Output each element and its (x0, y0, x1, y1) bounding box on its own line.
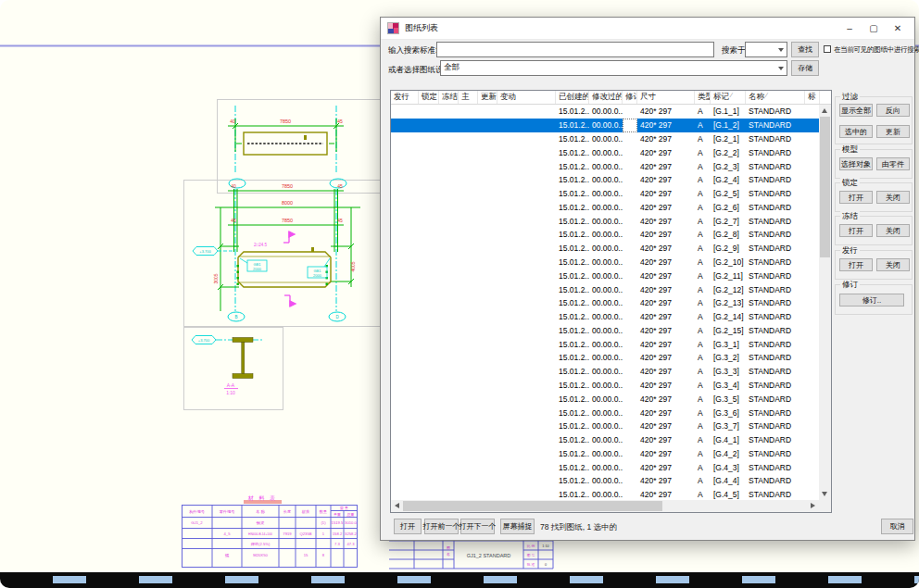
column-header-lock[interactable]: 锁定 (419, 91, 439, 104)
cell-size: 420* 297 (637, 269, 695, 282)
table-row[interactable]: 15.01.2...00.00.0...420* 297A[G.2_8]STAN… (391, 228, 819, 242)
search-visible-checkbox[interactable] (824, 45, 831, 53)
maximize-icon[interactable]: ▢ (863, 20, 884, 37)
table-row[interactable]: 15.01.2...00.00.0...420* 297A[G.4_1]STAN… (391, 433, 819, 447)
revision-button[interactable]: 修订.. (839, 294, 904, 307)
cell-created: 15.01.2... (556, 200, 589, 214)
table-row[interactable]: 15.01.2...00.00.0...420* 297A[G.2_15]STA… (391, 324, 819, 338)
table-row[interactable]: 15.01.2...00.00.0...420* 297A[G.2_13]STA… (391, 296, 819, 310)
search-in-dropdown[interactable] (745, 42, 787, 57)
cell-main (459, 187, 478, 201)
cancel-button[interactable]: 取消 (881, 519, 913, 534)
scroll-left-icon[interactable] (395, 503, 399, 508)
table-row[interactable]: 15.01.2...00.00.0...420* 297A[G.2_10]STA… (391, 256, 819, 269)
cell-mark: [G.1_1] (711, 105, 746, 119)
cell-title (805, 145, 819, 159)
open-button[interactable]: 打开 (394, 519, 422, 534)
table-row[interactable]: 15.01.2...00.00.0...420* 297A[G.2_11]STA… (391, 269, 819, 282)
table-row[interactable]: 15.01.2...00.00.0...420* 297A[G.4_3]STAN… (391, 460, 819, 474)
table-row[interactable]: 15.01.2...00.00.0...420* 297A[G.2_5]STAN… (391, 187, 819, 201)
material-table-header: 构件编号 (189, 509, 206, 515)
cell-revision (623, 159, 637, 173)
by-parts-button[interactable]: 由零件 (876, 157, 910, 170)
scroll-right-icon[interactable] (811, 503, 815, 508)
table-row[interactable]: 15.01.2...00.00.0...420* 297A[G.3_6]STAN… (391, 406, 819, 419)
show-all-button[interactable]: 显示全部 (839, 104, 873, 117)
table-row[interactable]: 15.01.2...00.00.0...420* 297A[G.2_3]STAN… (391, 159, 819, 173)
column-header-revision[interactable]: 修订 (623, 91, 637, 104)
cell-created: 15.01.2... (556, 433, 589, 447)
search-criteria-label: 输入搜索标准: (388, 45, 437, 56)
column-header-created[interactable]: 已创建的 (556, 91, 589, 104)
column-header-update[interactable]: 更新 (478, 91, 497, 104)
column-header-size[interactable]: 尺寸 (637, 91, 695, 104)
invert-button[interactable]: 反向 (876, 104, 910, 117)
column-header-freeze[interactable]: 冻结 (439, 91, 459, 104)
table-row[interactable]: 15.01.2...00.00.0...420* 297A[G.1_2]STAN… (391, 119, 819, 132)
open-previous-button[interactable]: 打开前一个 (424, 519, 459, 534)
cell-lock (419, 419, 439, 433)
freeze-on-button[interactable]: 打开 (839, 224, 873, 237)
snapshot-button[interactable]: 屏幕捕捉 (500, 519, 535, 534)
find-button[interactable]: 查找 (791, 42, 819, 57)
table-row[interactable]: 15.01.2...00.00.0...420* 297A[G.2_12]STA… (391, 282, 819, 296)
table-row[interactable]: 15.01.2...00.00.0...420* 297A[G.3_2]STAN… (391, 351, 819, 365)
selected-button[interactable]: 选中的 (839, 125, 873, 138)
scroll-up-icon[interactable] (822, 108, 827, 113)
minimize-icon[interactable]: – (839, 20, 860, 37)
dialog-titlebar[interactable]: 图纸列表 – ▢ ✕ (381, 18, 914, 40)
cell-size: 420* 297 (637, 365, 695, 379)
table-row[interactable]: 15.01.2...00.00.0...420* 297A[G.3_4]STAN… (391, 379, 819, 393)
table-row[interactable]: 15.01.2...00.00.0...420* 297A[G.3_3]STAN… (391, 365, 819, 379)
table-row[interactable]: 15.01.2...00.00.0...420* 297A[G.1_1]STAN… (391, 105, 819, 119)
table-row[interactable]: 15.01.2...00.00.0...420* 297A[G.4_5]STAN… (391, 488, 819, 500)
cell-title (805, 256, 819, 269)
column-header-main[interactable]: 主 (459, 91, 478, 104)
column-header-name[interactable]: 名称∕ (746, 91, 805, 104)
column-header-mark[interactable]: 标记∕ (711, 91, 746, 104)
search-input[interactable] (436, 42, 714, 57)
table-row[interactable]: 15.01.2...00.00.0...420* 297A[G.2_9]STAN… (391, 242, 819, 256)
table-row[interactable]: 15.01.2...00.00.0...420* 297A[G.2_6]STAN… (391, 200, 819, 214)
column-header-type[interactable]: 类型 (695, 91, 711, 104)
cell-freeze (439, 488, 459, 500)
horizontal-scrollbar[interactable] (391, 500, 819, 512)
table-row[interactable]: 15.01.2...00.00.0...420* 297A[G.3_7]STAN… (391, 419, 819, 433)
table-row[interactable]: 15.01.2...00.00.0...420* 297A[G.2_7]STAN… (391, 214, 819, 228)
table-row[interactable]: 15.01.2...00.00.0...420* 297A[G.3_5]STAN… (391, 392, 819, 406)
cell-freeze (439, 351, 459, 365)
cell-type: A (695, 447, 711, 461)
elev-dim: 7850 (282, 218, 293, 223)
lock-off-button[interactable]: 关闭 (876, 191, 910, 204)
table-row[interactable]: 15.01.2...00.00.0...420* 297A[G.4_4]STAN… (391, 474, 819, 488)
freeze-off-button[interactable]: 关闭 (876, 224, 910, 237)
vertical-scroll-thumb[interactable] (820, 117, 830, 257)
horizontal-scroll-thumb[interactable] (403, 501, 662, 511)
close-icon[interactable]: ✕ (888, 20, 908, 37)
cell-title (805, 282, 819, 296)
revision-edit-box[interactable] (623, 119, 637, 132)
table-row[interactable]: 15.01.2...00.00.0...420* 297A[G.2_2]STAN… (391, 145, 819, 159)
issue-off-button[interactable]: 关闭 (876, 258, 910, 271)
scroll-down-icon[interactable] (822, 492, 827, 496)
table-row[interactable]: 15.01.2...00.00.0...420* 297A[G.2_1]STAN… (391, 132, 819, 146)
drawing-settings-dropdown[interactable]: 全部 (440, 60, 787, 76)
table-row[interactable]: 15.01.2...00.00.0...420* 297A[G.2_4]STAN… (391, 173, 819, 187)
lock-on-button[interactable]: 打开 (839, 191, 873, 204)
table-row[interactable]: 15.01.2...00.00.0...420* 297A[G.2_14]STA… (391, 310, 819, 324)
column-header-issue[interactable]: 发行 (391, 91, 419, 104)
select-objects-button[interactable]: 选择对象 (839, 157, 873, 170)
save-button[interactable]: 存储 (791, 60, 819, 76)
cell-issue (391, 200, 419, 214)
column-header-label: 标记 (713, 92, 729, 104)
vertical-scrollbar[interactable] (819, 105, 831, 500)
column-header-changes[interactable]: 变动 (497, 91, 556, 104)
table-row[interactable]: 15.01.2...00.00.0...420* 297A[G.3_1]STAN… (391, 337, 819, 351)
issue-on-button[interactable]: 打开 (839, 258, 873, 271)
open-next-button[interactable]: 打开下一个 (460, 519, 495, 534)
update-button[interactable]: 更新 (876, 125, 910, 138)
column-header-modified[interactable]: 修改过的 (589, 91, 623, 104)
column-header-title[interactable]: 标 (805, 91, 820, 104)
table-row[interactable]: 15.01.2...00.00.0...420* 297A[G.4_2]STAN… (391, 447, 819, 461)
cell-name: STANDARD (746, 488, 805, 500)
